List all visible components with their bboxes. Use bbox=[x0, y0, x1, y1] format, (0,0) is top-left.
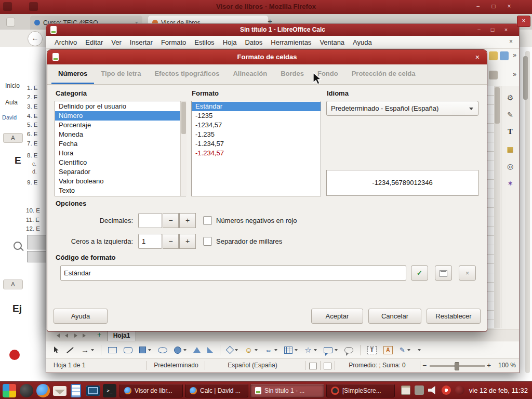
firefox-titlebar[interactable]: Visor de libros - Mozilla Firefox − □ × bbox=[0, 0, 532, 14]
line-tool[interactable] bbox=[66, 350, 74, 351]
maximize-icon[interactable]: □ bbox=[487, 25, 498, 34]
smiley-tool[interactable]: ☺ bbox=[245, 346, 258, 354]
recording-indicator-icon[interactable] bbox=[442, 385, 451, 395]
reset-button[interactable]: Restablecer bbox=[427, 309, 481, 324]
list-item[interactable]: 8. E bbox=[27, 152, 37, 158]
dialog-close-icon[interactable]: × bbox=[475, 50, 480, 64]
arrow-tool[interactable]: → bbox=[81, 346, 94, 354]
block-arrow-tool[interactable]: ⇔ bbox=[264, 346, 277, 354]
list-item[interactable]: 6. E bbox=[27, 131, 37, 137]
document-app-icon[interactable] bbox=[71, 384, 81, 397]
menu-item[interactable]: Hoja bbox=[219, 36, 241, 49]
right-triangle-tool[interactable] bbox=[207, 347, 213, 353]
close-icon-secondary[interactable]: × bbox=[517, 16, 530, 27]
sidebar-properties-icon[interactable]: ✎ bbox=[504, 109, 516, 121]
dialog-tab[interactable]: Números bbox=[51, 64, 94, 84]
calc-titlebar[interactable]: Sin título 1 - LibreOffice Calc − □ × bbox=[46, 24, 519, 36]
sheet-tab[interactable]: Hoja1 bbox=[107, 330, 136, 341]
page-nav-inicio[interactable]: Inicio bbox=[5, 82, 20, 89]
mail-icon[interactable] bbox=[53, 386, 66, 396]
menu-item[interactable]: Herramientas bbox=[267, 36, 315, 49]
cancel-button[interactable]: Cancelar bbox=[368, 309, 421, 324]
zoom-slider-handle[interactable] bbox=[455, 362, 459, 370]
category-listbox[interactable]: Definido por el usuarioNúmeroPorcentajeM… bbox=[55, 101, 186, 196]
scrollbar-thumb[interactable] bbox=[523, 56, 528, 100]
sidebar-gallery-icon[interactable]: ▦ bbox=[504, 143, 516, 155]
status-page-style[interactable]: Predeterminado bbox=[148, 359, 205, 372]
maximize-icon[interactable]: □ bbox=[487, 2, 500, 11]
dropdown-caret-icon[interactable] bbox=[235, 349, 238, 351]
apply-format-button[interactable]: ✓ bbox=[411, 265, 428, 281]
format-item[interactable]: -1.234,57 bbox=[192, 149, 321, 158]
magnifier-icon[interactable] bbox=[14, 242, 22, 250]
edit-comment-button[interactable] bbox=[435, 265, 452, 281]
status-sum[interactable]: Promedio: ; Suma: 0 bbox=[336, 359, 419, 372]
terminal-icon[interactable]: >_ bbox=[103, 384, 116, 397]
user-link[interactable]: David bbox=[2, 114, 17, 121]
category-item[interactable]: Número bbox=[55, 111, 180, 121]
list-item[interactable]: 1. E bbox=[27, 85, 37, 91]
first-sheet-icon[interactable] bbox=[57, 334, 60, 338]
zoom-out-icon[interactable]: − bbox=[422, 359, 427, 372]
menu-item[interactable]: Formato bbox=[157, 36, 190, 49]
flowchart-tool[interactable] bbox=[284, 347, 298, 354]
triangle-tool[interactable] bbox=[193, 347, 201, 353]
toolbar-icon[interactable] bbox=[489, 51, 498, 60]
vertical-scrollbar[interactable] bbox=[494, 86, 500, 328]
dropdown-caret-icon[interactable] bbox=[314, 349, 317, 351]
menu-item[interactable]: Datos bbox=[241, 36, 267, 49]
volume-icon[interactable] bbox=[428, 385, 437, 395]
toolbar-icon[interactable] bbox=[489, 71, 498, 79]
list-item[interactable]: 5. E bbox=[27, 122, 37, 128]
minimize-icon[interactable]: − bbox=[473, 25, 485, 34]
dialog-titlebar[interactable]: Formato de celdas × bbox=[47, 50, 487, 64]
list-item[interactable]: 10. E bbox=[26, 207, 40, 214]
zoom-level[interactable]: 100 % bbox=[493, 359, 516, 372]
toolbar-icon[interactable] bbox=[500, 51, 509, 60]
selection-mode-icon[interactable] bbox=[309, 363, 317, 369]
add-sheet-icon[interactable]: + bbox=[97, 330, 101, 339]
menu-item[interactable]: Archivo bbox=[50, 36, 81, 49]
format-item[interactable]: -1235 bbox=[192, 111, 321, 121]
scrollbar-thumb[interactable] bbox=[495, 87, 500, 124]
menu-item[interactable]: Insertar bbox=[126, 36, 157, 49]
circle-tool[interactable] bbox=[174, 347, 187, 354]
display-app-icon[interactable] bbox=[86, 385, 100, 396]
thousands-separator-checkbox[interactable] bbox=[203, 237, 212, 246]
toolbar-more-button[interactable] bbox=[417, 349, 421, 351]
help-button[interactable]: Ayuda bbox=[54, 309, 108, 324]
sidebar-settings-icon[interactable]: ⚙ bbox=[504, 92, 516, 103]
ellipse-tool[interactable] bbox=[158, 347, 167, 353]
category-item[interactable]: Fecha bbox=[55, 139, 180, 149]
dropdown-caret-icon[interactable] bbox=[295, 349, 298, 351]
category-item[interactable]: Porcentaje bbox=[55, 121, 180, 130]
status-language[interactable]: Español (España) bbox=[206, 359, 299, 372]
list-item[interactable]: 3. E bbox=[27, 103, 37, 110]
taskbar-window-calc-page[interactable]: Calc | David ... bbox=[185, 384, 248, 397]
dropdown-caret-icon[interactable] bbox=[183, 349, 187, 351]
freeform-tool[interactable]: ✎ bbox=[400, 347, 410, 353]
decimals-input[interactable] bbox=[138, 213, 162, 228]
format-code-input[interactable] bbox=[60, 265, 406, 281]
toolbar-overflow-icon[interactable]: » bbox=[513, 71, 516, 78]
format-listbox[interactable]: Estándar-1235-1234,57-1.235-1.234,57-1.2… bbox=[191, 101, 321, 196]
leading-zeros-input[interactable] bbox=[138, 234, 162, 249]
dialog-tab[interactable]: Protección de celda bbox=[345, 64, 422, 84]
menu-item[interactable]: Ver bbox=[107, 36, 126, 49]
clock[interactable]: vie 12 de feb, 11:32 bbox=[469, 382, 528, 399]
dialog-tab[interactable]: Bordes bbox=[274, 64, 311, 84]
language-dropdown[interactable]: Predeterminado - Español (España) bbox=[326, 101, 478, 116]
delete-format-button[interactable]: × bbox=[459, 265, 476, 281]
taskbar-window-recorder[interactable]: [SimpleScre... bbox=[326, 384, 395, 397]
page-chip[interactable]: A bbox=[3, 133, 23, 143]
menu-item[interactable]: Editar bbox=[81, 36, 107, 49]
page-scrollbar[interactable] bbox=[525, 51, 530, 373]
rectangle-tool[interactable] bbox=[108, 347, 117, 353]
zoom-in-icon[interactable]: + bbox=[487, 359, 491, 372]
ok-button[interactable]: Aceptar bbox=[311, 309, 363, 324]
last-sheet-icon[interactable] bbox=[83, 334, 86, 338]
category-item[interactable]: Separador bbox=[55, 167, 180, 177]
dialog-tab[interactable]: Tipo de letra bbox=[94, 64, 148, 84]
minimize-icon[interactable]: − bbox=[472, 2, 484, 11]
text-box-tool[interactable]: T bbox=[367, 346, 377, 354]
